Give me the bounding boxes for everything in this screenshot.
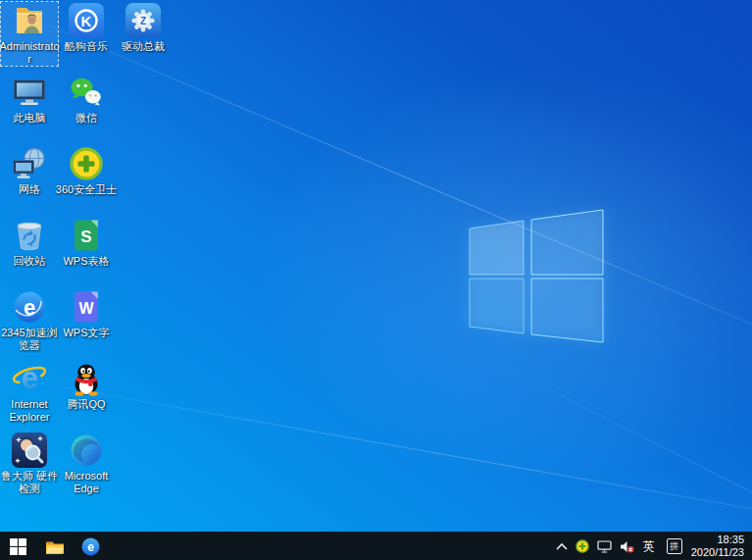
- desktop-icon-administrator[interactable]: Administrator: [1, 2, 58, 66]
- desktop-icon-label: 网络: [19, 183, 40, 196]
- desktop-icon-microsoft-edge[interactable]: MicrosoftEdge: [58, 432, 115, 495]
- ie-e-icon: e: [11, 360, 48, 397]
- user-folder-icon: [11, 2, 48, 39]
- taskbar: e 英 拼 18:35 2020/11: [0, 532, 752, 560]
- tray-360-safe-icon[interactable]: [572, 533, 593, 560]
- clock-time: 18:35: [717, 534, 744, 546]
- 360-plus-icon: [68, 145, 105, 182]
- svg-text:K: K: [81, 13, 92, 29]
- svg-text:S: S: [80, 228, 91, 246]
- tray-network-icon[interactable]: [593, 533, 616, 560]
- taskbar-buttons: e: [0, 533, 109, 560]
- desktop-icon-label: 酷狗音乐: [65, 40, 108, 53]
- desktop-icon-label: 2345加速浏览器: [1, 327, 57, 352]
- blue-e-small-icon: e: [81, 537, 100, 556]
- desktop-icon-network[interactable]: 网络: [1, 145, 58, 196]
- desktop-icon-360-safe-guard[interactable]: 360安全卫士: [58, 145, 115, 196]
- desktop-icon-recycle-bin[interactable]: 回收站: [1, 217, 58, 268]
- desktop-icon-tencent-qq[interactable]: 腾讯QQ: [58, 360, 115, 411]
- computer-icon: [11, 74, 48, 111]
- desktop-icon-kugou-music[interactable]: K酷狗音乐: [58, 2, 115, 53]
- network-globe-icon: [11, 145, 48, 182]
- tray-expand-chevron-icon[interactable]: [552, 533, 572, 560]
- edge-swirl-icon: [68, 432, 105, 469]
- system-tray: 英 拼 18:35 2020/11/23: [552, 533, 752, 560]
- desktop-icon-label: 驱动总裁: [122, 40, 165, 53]
- driver-gear-icon: Z: [125, 2, 162, 39]
- desktop-icon-wechat[interactable]: 微信: [58, 74, 115, 125]
- desktop[interactable]: AdministratorK酷狗音乐Z驱动总裁此电脑微信网络360安全卫士回收站…: [0, 0, 752, 532]
- tray-volume-muted-icon[interactable]: [616, 533, 638, 560]
- blue-e-circle-icon: e: [11, 288, 48, 326]
- wps-w-icon: W: [68, 288, 105, 326]
- svg-text:W: W: [78, 300, 94, 317]
- qq-penguin-icon: [68, 360, 105, 397]
- desktop-icon-this-pc[interactable]: 此电脑: [1, 74, 58, 125]
- wallpaper-light-ray: [0, 0, 752, 415]
- start-button[interactable]: [0, 533, 36, 560]
- desktop-icon-wps-writer[interactable]: WWPS文字: [58, 288, 115, 339]
- desktop-icon-wps-spreadsheet[interactable]: SWPS表格: [58, 217, 115, 268]
- svg-text:Z: Z: [140, 16, 146, 26]
- desktop-icon-label: 此电脑: [14, 112, 46, 125]
- recycle-bin-icon: [11, 217, 48, 254]
- desktop-icon-internet-explorer[interactable]: eInternetExplorer: [1, 360, 58, 424]
- file-explorer-button[interactable]: [36, 533, 73, 560]
- wechat-bubbles-icon: [68, 74, 105, 111]
- desktop-icon-driver-president[interactable]: Z驱动总裁: [115, 2, 172, 53]
- clock[interactable]: 18:35 2020/11/23: [686, 533, 752, 560]
- language-indicator[interactable]: 英: [638, 533, 660, 560]
- desktop-icon-label: 鲁大师 硬件检测: [1, 470, 58, 495]
- desktop-icon-label: InternetExplorer: [10, 398, 50, 424]
- folder-icon: [45, 538, 65, 555]
- desktop-icon-label: 腾讯QQ: [67, 398, 105, 411]
- wps-s-icon: S: [68, 217, 105, 254]
- desktop-icon-label: MicrosoftEdge: [65, 470, 109, 495]
- desktop-icon-label: 微信: [75, 112, 97, 125]
- desktop-icon-label: WPS表格: [63, 255, 109, 268]
- kugou-k-icon: K: [68, 2, 105, 39]
- ime-indicator[interactable]: 拼: [667, 538, 682, 554]
- windows-start-icon: [10, 538, 26, 555]
- desktop-icon-ludashi-hardware-check[interactable]: 鲁大师 硬件检测: [1, 432, 58, 495]
- svg-text:e: e: [24, 295, 35, 320]
- svg-text:e: e: [87, 539, 94, 553]
- clock-date: 2020/11/23: [691, 546, 744, 559]
- svg-text:e: e: [21, 361, 37, 395]
- desktop-icon-label: 回收站: [14, 255, 46, 268]
- magnifier-mascot-icon: [11, 432, 48, 469]
- wallpaper-light-ray: [422, 324, 752, 532]
- desktop-icon-label: Administrator: [0, 40, 60, 66]
- browser-2345-button[interactable]: e: [73, 533, 109, 560]
- desktop-icon-label: WPS文字: [63, 327, 109, 339]
- desktop-icon-2345-browser[interactable]: e2345加速浏览器: [1, 288, 58, 352]
- desktop-icon-label: 360安全卫士: [56, 183, 117, 196]
